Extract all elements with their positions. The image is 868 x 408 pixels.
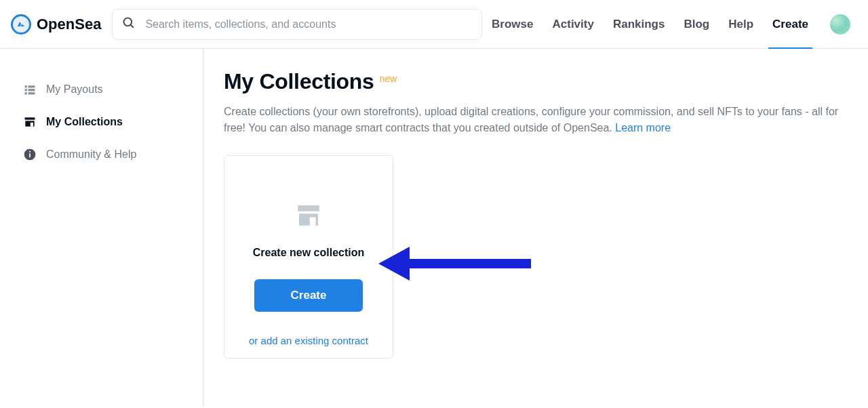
sidebar-item-label: My Collections bbox=[46, 116, 123, 128]
svg-rect-8 bbox=[25, 117, 35, 119]
top-nav: Browse Activity Rankings Blog Help Creat… bbox=[482, 0, 857, 48]
storefront-icon bbox=[23, 115, 37, 129]
page-description: Create collections (your own storefronts… bbox=[224, 104, 841, 136]
svg-point-0 bbox=[124, 18, 132, 26]
learn-more-link[interactable]: Learn more bbox=[615, 122, 671, 134]
create-collection-card: Create new collection Create or add an e… bbox=[224, 155, 393, 359]
card-title: Create new collection bbox=[253, 247, 365, 259]
search-icon bbox=[122, 16, 136, 33]
new-badge: new bbox=[380, 73, 397, 84]
page-title-row: My Collections new bbox=[224, 69, 848, 94]
create-button[interactable]: Create bbox=[254, 279, 363, 312]
storefront-icon bbox=[294, 201, 323, 232]
svg-rect-16 bbox=[310, 218, 316, 226]
info-icon bbox=[23, 148, 37, 161]
opensea-logo-icon bbox=[11, 14, 31, 35]
svg-point-13 bbox=[29, 151, 31, 152]
nav-rankings[interactable]: Rankings bbox=[604, 0, 675, 48]
page-description-text: Create collections (your own storefronts… bbox=[224, 106, 838, 134]
page-title: My Collections bbox=[224, 69, 374, 94]
nav-help[interactable]: Help bbox=[719, 0, 763, 48]
svg-rect-12 bbox=[29, 153, 31, 157]
svg-rect-14 bbox=[298, 205, 319, 211]
add-existing-contract-link[interactable]: or add an existing contract bbox=[249, 335, 368, 346]
nav-browse[interactable]: Browse bbox=[482, 0, 542, 48]
brand-name: OpenSea bbox=[37, 16, 101, 33]
svg-rect-4 bbox=[25, 89, 27, 91]
sidebar-item-payouts[interactable]: My Payouts bbox=[0, 73, 203, 106]
header: OpenSea Browse Activity Rankings Blog He… bbox=[0, 0, 868, 49]
logo[interactable]: OpenSea bbox=[11, 14, 101, 35]
search-input[interactable] bbox=[145, 18, 472, 30]
nav-create[interactable]: Create bbox=[763, 0, 818, 48]
svg-rect-6 bbox=[25, 92, 27, 94]
sidebar-item-collections[interactable]: My Collections bbox=[0, 106, 203, 138]
nav-blog[interactable]: Blog bbox=[674, 0, 719, 48]
svg-rect-5 bbox=[28, 89, 35, 91]
search-box[interactable] bbox=[112, 9, 482, 40]
svg-rect-7 bbox=[28, 92, 35, 94]
svg-line-1 bbox=[131, 24, 134, 27]
svg-rect-3 bbox=[28, 85, 35, 87]
avatar[interactable] bbox=[830, 14, 850, 35]
main-content: My Collections new Create collections (y… bbox=[203, 49, 868, 407]
sidebar-item-community[interactable]: Community & Help bbox=[0, 138, 203, 171]
body: My Payouts My Collections Community & bbox=[0, 49, 868, 407]
sidebar: My Payouts My Collections Community & bbox=[0, 49, 203, 407]
svg-rect-2 bbox=[25, 85, 27, 87]
nav-activity[interactable]: Activity bbox=[543, 0, 604, 48]
sidebar-item-label: Community & Help bbox=[46, 148, 136, 161]
sidebar-item-label: My Payouts bbox=[46, 83, 103, 96]
svg-rect-10 bbox=[31, 123, 33, 127]
list-icon bbox=[23, 83, 37, 96]
